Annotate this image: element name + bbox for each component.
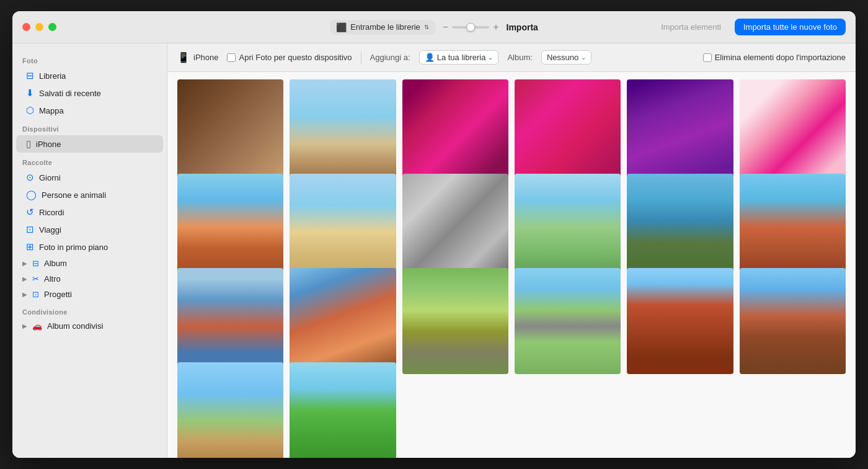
photo-cell[interactable]: [290, 268, 396, 374]
sidebar-item-album-condivisi[interactable]: ▶ 🚗 Album condivisi: [16, 318, 163, 334]
zoom-plus-icon[interactable]: +: [493, 22, 498, 33]
photo-cell[interactable]: [177, 79, 283, 185]
sidebar-item-persone[interactable]: ◯ Persone e animali: [16, 186, 163, 203]
sidebar-item-label: Foto in primo piano: [39, 243, 108, 252]
photo-cell[interactable]: [177, 174, 283, 280]
zoom-slider[interactable]: [452, 26, 489, 29]
photo-cell[interactable]: [402, 174, 508, 280]
sidebar-item-giorni[interactable]: ⊙ Giorni: [16, 169, 163, 186]
open-photos-label: Apri Foto per questo dispositivo: [239, 53, 352, 62]
section-foto-title: Foto: [12, 51, 167, 67]
app-window: ⬛ Entrambe le librerie ⇅ − + Importa Imp…: [12, 11, 856, 458]
zoom-minus-icon[interactable]: −: [443, 22, 448, 33]
library-dropdown-arrow: ⌄: [488, 54, 493, 61]
photo-cell[interactable]: [627, 174, 733, 280]
photo-cell[interactable]: [402, 79, 508, 185]
maximize-button[interactable]: [48, 23, 56, 31]
sidebar-item-album[interactable]: ▶ ⊟ Album: [16, 256, 163, 271]
album-condivisi-icon: 🚗: [32, 321, 42, 331]
photo-cell[interactable]: [515, 79, 621, 185]
expand-arrow-condivisi: ▶: [22, 323, 27, 329]
giorni-icon: ⊙: [26, 172, 34, 183]
salvati-icon: ⬇: [26, 87, 34, 99]
delete-after-import[interactable]: Elimina elementi dopo l'importazione: [703, 53, 846, 62]
photo-cell[interactable]: [290, 174, 396, 280]
library-selector[interactable]: ⬛ Entrambe le librerie ⇅: [330, 20, 435, 35]
sidebar-item-label: Libreria: [39, 71, 66, 81]
album-dropdown[interactable]: Nessuno ⌄: [541, 50, 591, 65]
window-controls: [22, 23, 56, 31]
sidebar-item-ricordi[interactable]: ↺ Ricordi: [16, 203, 163, 221]
iphone-icon: ▯: [26, 138, 31, 150]
sidebar: Foto ⊟ Libreria ⬇ Salvati di recente ⬡ M…: [12, 43, 167, 458]
device-phone-icon: 📱: [177, 51, 190, 63]
section-raccolte-title: Raccolte: [12, 153, 167, 169]
primo-piano-icon: ⊞: [26, 241, 34, 252]
content-area: 📱 iPhone Apri Foto per questo dispositiv…: [167, 43, 856, 458]
photo-cell[interactable]: [740, 268, 846, 374]
photo-grid: [167, 72, 856, 458]
zoom-slider-thumb[interactable]: [466, 23, 475, 32]
titlebar-right: Importa elementi Importa tutte le nuove …: [653, 19, 846, 35]
library-person-icon: 👤: [425, 53, 435, 62]
photo-cell[interactable]: [177, 362, 283, 458]
persone-icon: ◯: [26, 189, 37, 200]
sidebar-item-label: Ricordi: [39, 208, 64, 217]
album-dropdown-arrow: ⌄: [581, 54, 586, 61]
photo-cell[interactable]: [740, 174, 846, 280]
open-photos-checkbox[interactable]: [227, 53, 236, 62]
expand-arrow-album: ▶: [22, 260, 27, 267]
photo-cell[interactable]: [627, 79, 733, 185]
photo-cell[interactable]: [290, 79, 396, 185]
titlebar: ⬛ Entrambe le librerie ⇅ − + Importa Imp…: [12, 11, 856, 43]
chevron-up-down-icon: ⇅: [424, 24, 429, 30]
album-dropdown-value: Nessuno: [547, 53, 578, 62]
sidebar-item-label: iPhone: [36, 140, 61, 149]
ricordi-icon: ↺: [26, 207, 34, 218]
sidebar-item-label: Album: [44, 259, 67, 268]
open-photos-option[interactable]: Apri Foto per questo dispositivo: [227, 53, 352, 62]
progetti-icon: ⊡: [32, 290, 39, 299]
photos-icon: ⬛: [336, 22, 347, 32]
sidebar-item-label: Viaggi: [39, 225, 61, 234]
album-label: Album:: [507, 53, 532, 62]
sidebar-item-label: Salvati di recente: [39, 89, 101, 98]
delete-label: Elimina elementi dopo l'importazione: [715, 53, 846, 62]
add-to-label: Aggiungi a:: [370, 53, 410, 62]
import-elements-button[interactable]: Importa elementi: [653, 19, 728, 35]
mappa-icon: ⬡: [26, 105, 34, 116]
altro-icon: ✂: [32, 274, 39, 284]
library-dropdown[interactable]: 👤 La tua libreria ⌄: [419, 50, 499, 65]
libreria-icon: ⊟: [26, 70, 34, 81]
minimize-button[interactable]: [35, 23, 43, 31]
photo-cell[interactable]: [290, 362, 396, 458]
sidebar-item-mappa[interactable]: ⬡ Mappa: [16, 102, 163, 119]
section-dispositivi-title: Dispositivi: [12, 119, 167, 135]
sidebar-item-primo-piano[interactable]: ⊞ Foto in primo piano: [16, 238, 163, 256]
photo-cell[interactable]: [515, 174, 621, 280]
zoom-control: − +: [443, 22, 499, 33]
import-all-button[interactable]: Importa tutte le nuove foto: [735, 19, 846, 35]
titlebar-center: ⬛ Entrambe le librerie ⇅ − + Importa: [330, 20, 538, 35]
sidebar-item-progetti[interactable]: ▶ ⊡ Progetti: [16, 287, 163, 302]
photo-cell[interactable]: [177, 268, 283, 374]
close-button[interactable]: [22, 23, 30, 31]
device-name-label: iPhone: [193, 53, 218, 62]
sidebar-item-iphone[interactable]: ▯ iPhone: [16, 135, 163, 153]
delete-checkbox[interactable]: [703, 53, 712, 62]
page-title: Importa: [507, 22, 538, 32]
photo-cell[interactable]: [627, 268, 733, 374]
device-label: 📱 iPhone: [177, 51, 218, 63]
separator: [361, 51, 361, 64]
photo-cell[interactable]: [740, 79, 846, 185]
sidebar-item-label: Altro: [44, 274, 61, 284]
sidebar-item-altro[interactable]: ▶ ✂ Altro: [16, 271, 163, 287]
section-condivisione-title: Condivisione: [12, 302, 167, 318]
photo-cell[interactable]: [515, 268, 621, 374]
sidebar-item-viaggi[interactable]: ⊡ Viaggi: [16, 221, 163, 238]
sidebar-item-salvati[interactable]: ⬇ Salvati di recente: [16, 84, 163, 102]
sidebar-item-libreria[interactable]: ⊟ Libreria: [16, 67, 163, 84]
photo-cell[interactable]: [402, 268, 508, 374]
sidebar-item-label: Giorni: [39, 173, 61, 182]
album-icon: ⊟: [32, 259, 39, 268]
